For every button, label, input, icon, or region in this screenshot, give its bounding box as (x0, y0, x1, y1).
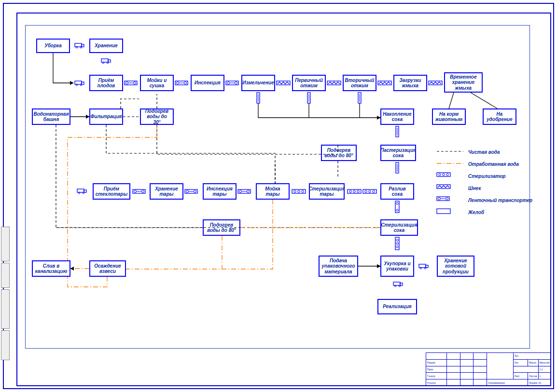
box-realizacia: Реализация (377, 299, 417, 314)
box-moika-sushka: Мойки и сушка (140, 75, 174, 91)
box-korm: На корм животным (432, 108, 466, 125)
box-udobrenie: На удобрение (483, 108, 516, 125)
sidebar-tab (1, 330, 10, 360)
box-podacha: Подача упаковочного материала (319, 256, 358, 277)
legend-lentra: Ленточный транспортер (468, 198, 532, 203)
box-moika-tary: Мойка тары (256, 183, 290, 200)
legend-zhelob: Желоб (468, 210, 484, 215)
legend-clean: Чистая вода (468, 149, 500, 155)
box-ukuporka: Укупорка и упаковки (380, 256, 414, 277)
box-steril-tary: Стерилизация тары (309, 183, 345, 200)
box-podogrev80b: Подогрев воды до 80° (203, 219, 240, 236)
box-hranenie: Хранение (89, 39, 123, 53)
box-pasteriz: Пастеризация сока (380, 145, 416, 161)
box-nakoplenie: Накопление сока (380, 108, 414, 125)
box-izmelchenie: Измельчение (241, 75, 275, 91)
box-bashnya: Водонапорная башня (32, 108, 70, 125)
box-inspekcia: Инспекция (191, 75, 224, 91)
box-zagruzki: Загрузки жмыха (393, 75, 427, 91)
box-hran-gotov: Хранение готовой продукции (437, 256, 474, 277)
box-perv-otzhim: Первичный отжим (292, 75, 326, 91)
sidebar-tab (1, 263, 10, 288)
box-hran-tary: Хранение тары (150, 183, 183, 200)
box-podogrev30: Подогрев воды до 30° (140, 108, 174, 125)
box-vtor-otzhim: Вторичный отжим (343, 75, 376, 91)
box-podogrev80a: Подогрев воды до 80° (321, 145, 357, 161)
box-razliv: Разлив сока (380, 183, 414, 200)
box-priem-plodov: Приём плодов (89, 75, 123, 91)
legend-shnek: Шнек (468, 186, 481, 191)
box-osazhdenie: Осаждение взвеси (89, 260, 126, 277)
title-block: Лит Разраб.ЛитМассаМасштаб Пров.1:1 Т.ко… (426, 352, 551, 386)
box-sliv: Слив в канализацию (32, 260, 70, 277)
box-uborka: Уборка (36, 39, 70, 53)
legend-waste: Отработанная вода (468, 162, 519, 167)
box-priem-steklo: Приём стеклотары (93, 183, 130, 200)
legend-steril: Стерилизатор (468, 174, 506, 179)
sidebar-tab (1, 227, 10, 261)
box-insp-tary: Инспекция тары (203, 183, 237, 200)
box-filtr: Фильтрация (89, 108, 123, 125)
box-vrem-hran: Временное хранение жмыха (444, 72, 483, 93)
sidebar-tab (1, 289, 10, 329)
box-steril-soka: Стерилизация сока (380, 219, 418, 236)
